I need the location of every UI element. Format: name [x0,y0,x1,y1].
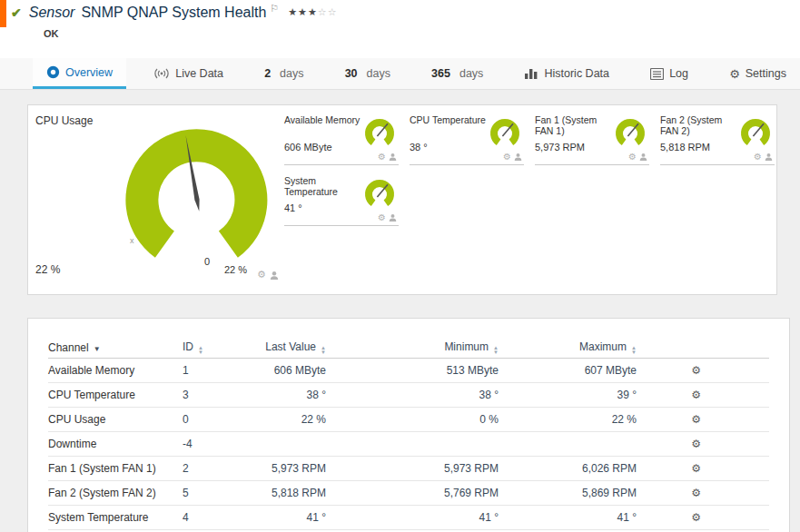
channel-name[interactable]: Fan 2 (System FAN 2) [48,487,183,499]
person-icon[interactable] [270,271,279,280]
channel-id: 1 [183,364,259,377]
person-icon[interactable] [514,153,522,161]
table-row: Downtime -4 ⚙ [48,432,769,457]
person-icon[interactable] [639,153,647,161]
sort-arrows-icon[interactable]: ▲▼ [631,346,637,355]
tab-label: Log [669,67,688,80]
mini-gauge-label: Available Memory [284,113,362,125]
tab-historic-data[interactable]: Historic Data [510,58,623,89]
mini-gauge-available-memory: Available Memory 606 MByte ⚙ [284,113,399,165]
sort-arrows-icon[interactable]: ▲▼ [198,346,203,355]
channel-id: 3 [183,389,259,401]
mini-gauge-dial [360,116,399,153]
gauge-panel: CPU Usage x 0 22 % 22 % ⚙ Available Memo… [27,104,777,295]
tab-365-days[interactable]: 365days [418,58,497,89]
column-header-minimum[interactable]: Minimum [444,340,489,353]
tab-overview[interactable]: Overview [33,58,126,89]
gear-icon[interactable]: ⚙ [628,152,637,162]
mini-gauge-value: 606 MByte [284,142,332,153]
column-header-last-value[interactable]: Last Value [265,340,316,353]
channel-settings-gear-icon[interactable]: ⚙ [691,389,701,401]
stars-filled: ★★★ [288,6,318,17]
channel-last-value: 606 MByte [259,364,326,377]
column-header-maximum[interactable]: Maximum [579,340,627,353]
channel-minimum: 0 % [326,413,499,426]
channel-minimum: 41 ° [326,511,499,524]
tab-label: Overview [65,66,113,79]
tab-unit: days [367,67,390,80]
tab-unit: days [280,67,303,80]
channel-settings-gear-icon[interactable]: ⚙ [691,487,701,499]
tab-2-days[interactable]: 2days [251,58,317,89]
flag-icon[interactable]: ⚐ [270,3,279,15]
gear-icon[interactable]: ⚙ [378,212,386,222]
overview-gauge-icon [46,65,60,79]
channel-maximum: 607 MByte [499,364,637,377]
log-list-icon [650,68,664,80]
person-icon[interactable] [389,153,397,161]
table-row: System Temperature 4 41 ° 41 ° 41 ° ⚙ [48,506,769,530]
gear-icon[interactable]: ⚙ [754,152,762,162]
channel-name[interactable]: Available Memory [48,364,183,377]
person-icon[interactable] [765,153,773,161]
channel-id: 5 [183,487,259,499]
mini-gauge-value: 5,818 RPM [660,142,710,153]
gauge-x-marker: x [130,236,134,245]
priority-accent-bar [0,0,6,27]
channel-settings-gear-icon[interactable]: ⚙ [691,511,701,524]
table-header-row: Channel▼ ID▲▼ Last Value▲▼ Minimum▲▼ Max… [48,337,769,359]
settings-gear-icon: ⚙ [729,67,740,81]
channel-settings-gear-icon[interactable]: ⚙ [691,364,701,377]
channel-last-value: 41 ° [259,511,326,524]
status-badge: OK [44,28,59,39]
gauge-scale-min: 0 [204,256,210,267]
channel-last-value: 5,818 RPM [259,487,326,499]
channel-settings-gear-icon[interactable]: ⚙ [691,438,701,450]
table-row: Available Memory 1 606 MByte 513 MByte 6… [48,359,769,383]
mini-gauge-value: 38 ° [410,142,428,153]
table-row: Fan 2 (System FAN 2) 5 5,818 RPM 5,769 R… [48,481,769,506]
channel-maximum: 6,026 RPM [499,462,637,475]
tab-log[interactable]: Log [637,58,702,89]
column-header-channel[interactable]: Channel [48,341,89,354]
priority-stars[interactable]: ★★★☆☆ [288,6,337,18]
object-kind-label: Sensor [29,5,75,21]
channel-name[interactable]: Downtime [48,438,183,450]
channel-maximum: 5,869 RPM [499,487,637,499]
channel-table-panel: Channel▼ ID▲▼ Last Value▲▼ Minimum▲▼ Max… [27,318,790,532]
table-row: CPU Temperature 3 38 ° 38 ° 39 ° ⚙ [48,383,769,408]
gear-icon[interactable]: ⚙ [378,152,386,162]
gear-icon[interactable]: ⚙ [503,152,511,162]
mini-gauge-dial [486,116,524,153]
tab-settings[interactable]: ⚙ Settings [716,58,800,89]
channel-name[interactable]: System Temperature [48,511,183,524]
channel-id: -4 [183,438,259,450]
tab-unit: days [459,67,483,80]
channel-settings-gear-icon[interactable]: ⚙ [691,413,701,426]
tab-label: Historic Data [544,67,609,80]
main-gauge-label: CPU Usage [35,114,93,127]
mini-gauge-fan-1: Fan 1 (System FAN 1) 5,973 RPM ⚙ [535,113,649,165]
person-icon[interactable] [389,213,397,222]
gear-icon[interactable]: ⚙ [257,269,266,281]
channel-name[interactable]: CPU Usage [48,413,183,426]
channel-id: 0 [183,413,259,426]
mini-gauge-label: Fan 2 (System FAN 2) [660,113,738,136]
column-header-id[interactable]: ID [183,340,193,353]
gauge-scale-max: 22 % [224,264,247,275]
channel-name[interactable]: CPU Temperature [48,389,183,401]
mini-gauge-label: Fan 1 (System FAN 1) [535,113,613,136]
mini-gauge-label: System Temperature [284,174,362,197]
channel-last-value: 5,973 RPM [259,462,326,475]
channel-id: 4 [183,511,259,524]
sort-down-icon[interactable]: ▼ [94,345,101,353]
tab-live-data[interactable]: Live Data [140,58,237,89]
tab-30-days[interactable]: 30days [331,58,404,89]
mini-gauge-system-temperature: System Temperature 41 ° ⚙ [284,174,399,226]
channel-name[interactable]: Fan 1 (System FAN 1) [48,462,183,475]
main-gauge-value: 22 % [35,263,60,276]
channel-minimum: 5,973 RPM [326,462,499,475]
historic-data-chart-icon [524,67,538,80]
channel-settings-gear-icon[interactable]: ⚙ [691,462,701,475]
channel-maximum: 41 ° [499,511,637,524]
